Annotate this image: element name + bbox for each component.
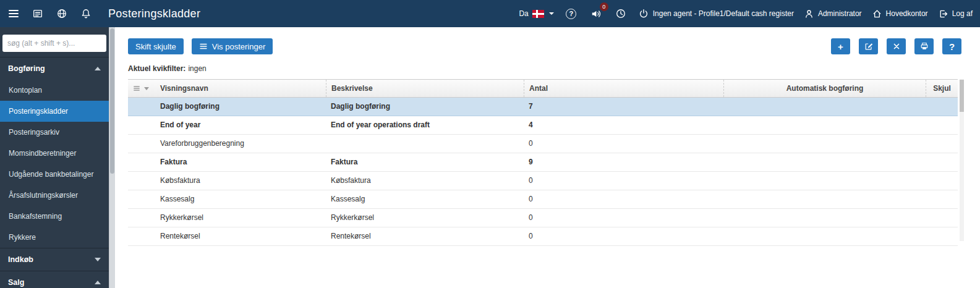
table-row[interactable]: Kassesalg Kassesalg 0 (128, 190, 958, 209)
chevron-down-icon (549, 12, 554, 15)
chevron-up-icon (95, 281, 101, 284)
section-label: Salg (8, 278, 24, 287)
sidebar-section-salg[interactable]: Salg (0, 271, 109, 288)
cell-visningsnavn: Rentekørsel (155, 227, 326, 245)
table-row[interactable]: Vareforbruggenberegning 0 (128, 135, 958, 153)
table-row[interactable]: Daglig bogføring Daglig bogføring 7 (128, 98, 958, 116)
table-header-row: Visningsnavn Beskrivelse Antal Automatis… (128, 79, 958, 98)
cell-visningsnavn: Faktura (155, 153, 326, 171)
table-row[interactable]: Købsfaktura Købsfaktura 0 (128, 172, 958, 190)
cell-antal: 4 (524, 116, 723, 134)
sidebar-item-posteringskladder[interactable]: Posteringskladder (0, 101, 109, 122)
cell-beskrivelse: Faktura (326, 153, 524, 171)
column-header-antal[interactable]: Antal (524, 80, 723, 97)
cell-beskrivelse: Rykkerkørsel (326, 209, 524, 227)
vis-posteringer-button[interactable]: Vis posteringer (192, 38, 273, 54)
print-button[interactable] (914, 38, 934, 54)
cell-beskrivelse: Kassesalg (326, 190, 524, 208)
sidebar-item-rykkere[interactable]: Rykkere (0, 227, 109, 248)
cash-register-status[interactable]: Ingen agent - Profile1/Default cash regi… (638, 8, 794, 19)
agent-status-label: Ingen agent - Profile1/Default cash regi… (653, 9, 794, 18)
company-menu[interactable]: Hovedkontor (872, 9, 928, 19)
sidebar-item-kontoplan[interactable]: Kontoplan (0, 80, 109, 101)
globe-icon[interactable] (54, 6, 69, 21)
cell-antal: 0 (524, 135, 723, 153)
page-title: Posteringskladder (108, 7, 200, 20)
cell-beskrivelse: Købsfaktura (326, 172, 524, 190)
sidebar-item-momsindberetninger[interactable]: Momsindberetninger (0, 143, 109, 164)
cell-antal: 7 (524, 98, 723, 116)
sidebar: Bogføring Kontoplan Posteringskladder Po… (0, 27, 109, 288)
vis-posteringer-label: Vis posteringer (212, 42, 265, 51)
cell-visningsnavn: Købsfaktura (155, 172, 326, 190)
sidebar-nav: Kontoplan Posteringskladder Posteringsar… (0, 80, 109, 248)
skift-skjulte-button[interactable]: Skift skjulte (128, 38, 184, 54)
company-label: Hovedkontor (886, 9, 928, 18)
logout-icon (938, 9, 948, 19)
chevron-down-icon (95, 258, 101, 261)
menu-icon[interactable] (6, 6, 21, 21)
section-label: Indkøb (8, 255, 33, 264)
scrollbar-thumb[interactable] (110, 28, 114, 174)
sidebar-item-udgaende-bankbetalinger[interactable]: Udgående bankbetalinger (0, 164, 109, 185)
sound-icon[interactable]: 0 (589, 6, 603, 21)
section-label: Bogføring (8, 64, 45, 73)
power-icon (638, 8, 649, 19)
delete-button[interactable] (887, 38, 906, 54)
logout-button[interactable]: Log af (938, 9, 973, 19)
column-header-automatisk-bogforing[interactable]: Automatisk bogføring (723, 80, 926, 97)
sidebar-item-arsafslutningskorsler[interactable]: Årsafslutningskørsler (0, 185, 109, 206)
clock-icon[interactable] (613, 6, 628, 21)
sidebar-section-indkob[interactable]: Indkøb (0, 248, 109, 271)
cell-antal: 0 (524, 190, 723, 208)
table-row[interactable]: Rentekørsel Rentekørsel 0 (128, 227, 958, 246)
cell-beskrivelse: Daglig bogføring (326, 98, 524, 116)
cell-visningsnavn: End of year (155, 116, 326, 134)
scrollbar-thumb[interactable] (960, 80, 964, 112)
cell-beskrivelse: End of year operations draft (326, 116, 524, 134)
topbar: Posteringskladder Da ? 0 Ingen agent - P… (0, 0, 980, 27)
table-row[interactable]: Rykkerkørsel Rykkerkørsel 0 (128, 209, 958, 227)
user-menu[interactable]: Administrator (804, 9, 862, 19)
sidebar-scrollbar[interactable] (109, 27, 115, 288)
journals-table: Visningsnavn Beskrivelse Antal Automatis… (128, 79, 958, 246)
main-content: Skift skjulte Vis posteringer + ? (115, 27, 980, 288)
cell-beskrivelse: Rentekørsel (326, 227, 524, 245)
column-header-skjul[interactable]: Skjul (926, 80, 958, 97)
edit-button[interactable] (859, 38, 878, 54)
topbar-right: Da ? 0 Ingen agent - Profile1/Default ca… (519, 6, 973, 21)
table-body: Daglig bogføring Daglig bogføring 7 End … (128, 98, 958, 246)
table-header-tools (128, 80, 155, 97)
column-header-visningsnavn[interactable]: Visningsnavn (155, 80, 326, 97)
cell-antal: 0 (524, 227, 723, 245)
sidebar-item-posteringsarkiv[interactable]: Posteringsarkiv (0, 122, 109, 143)
cell-visningsnavn: Vareforbruggenberegning (155, 135, 326, 153)
cell-visningsnavn: Kassesalg (155, 190, 326, 208)
sort-icon[interactable] (144, 87, 149, 90)
user-label: Administrator (818, 9, 862, 18)
sidebar-section-bogforing[interactable]: Bogføring (0, 57, 109, 80)
search-input[interactable] (2, 35, 106, 52)
help-icon[interactable]: ? (564, 6, 579, 21)
journal-list-icon[interactable] (30, 6, 45, 21)
sidebar-item-bankafstemning[interactable]: Bankafstemning (0, 206, 109, 227)
add-button[interactable]: + (831, 38, 850, 54)
language-selector[interactable]: Da (519, 9, 553, 18)
table-row[interactable]: Faktura Faktura 9 (128, 153, 958, 172)
notification-badge: 0 (600, 2, 608, 11)
notifications-bell-icon[interactable] (79, 6, 93, 21)
cell-beskrivelse (326, 135, 524, 153)
home-icon (872, 9, 882, 19)
language-label: Da (519, 9, 528, 18)
quickfilter-status: Aktuel kvikfilter:ingen (128, 64, 980, 73)
column-chooser-icon[interactable] (133, 85, 140, 92)
logout-label: Log af (952, 9, 973, 18)
table-row[interactable]: End of year End of year operations draft… (128, 116, 958, 135)
cell-antal: 0 (524, 209, 723, 227)
list-icon (199, 42, 208, 51)
toolbar-actions: + ? (831, 38, 961, 54)
column-header-beskrivelse[interactable]: Beskrivelse (326, 80, 524, 97)
help-button[interactable]: ? (942, 38, 961, 54)
table-scrollbar[interactable] (960, 79, 964, 241)
cell-antal: 9 (524, 153, 723, 171)
